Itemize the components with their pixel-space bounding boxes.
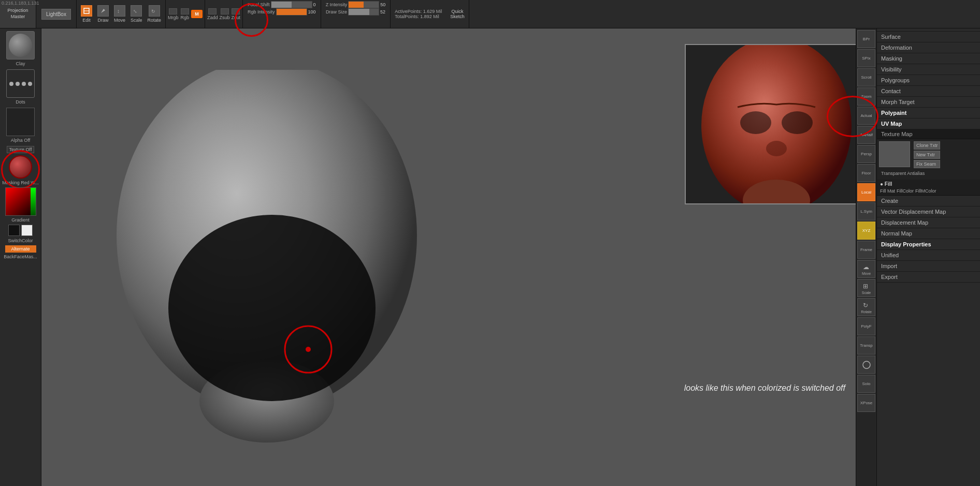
texture-buttons: Clone Txtr New Txtr Fix Seam [914, 141, 940, 169]
ghost-icon [862, 360, 871, 370]
zadd-toggle[interactable]: Zadd [207, 8, 218, 20]
zsub-toggle[interactable]: Zsub [220, 8, 230, 20]
solo-button[interactable]: Solo [857, 375, 875, 393]
active-points-value: 1.629 Mil [423, 9, 442, 14]
main-canvas: looks like this when colorized is switch… [41, 28, 876, 486]
ghost-button[interactable] [857, 356, 875, 374]
lightbox-button[interactable]: LightBox [41, 9, 71, 20]
spix-button[interactable]: SPix [857, 49, 875, 67]
bpr-button[interactable]: BPr [857, 30, 875, 48]
edit-button[interactable]: Edit [79, 4, 94, 24]
thumbnail-view [685, 44, 866, 204]
svg-text:☁: ☁ [863, 263, 869, 271]
z-intensity-slider[interactable]: Z Intensity 50 [326, 1, 386, 8]
scale-button[interactable]: ⤡ Scale [128, 4, 145, 24]
color-sphere-container [9, 155, 32, 180]
panel-item-display-properties[interactable]: Display Properties [877, 239, 980, 250]
frame-button[interactable]: Frame [857, 241, 875, 259]
aahalf-button[interactable]: AAHalf [857, 126, 875, 144]
transp-button[interactable]: Transp [857, 336, 875, 355]
rotate-button[interactable]: ↻ Rotate [145, 4, 163, 24]
head-shape [85, 70, 438, 443]
switch-color-white[interactable] [21, 225, 33, 236]
focal-shift-slider[interactable]: Focal Shift 0 [248, 1, 316, 8]
panel-item-deformation[interactable]: Deformation [877, 42, 980, 53]
texture-off-button[interactable]: Texture Off [7, 146, 35, 153]
panel-item-displacement-map[interactable]: Displacement Map [877, 217, 980, 228]
panel-item-polygroups[interactable]: Polygroups [877, 75, 980, 86]
stats-section: ActivePoints: 1.629 Mil TotalPoints: 1.8… [391, 9, 446, 19]
panel-item-visibility[interactable]: Visibility [877, 64, 980, 75]
panel-item-normal-map[interactable]: Normal Map [877, 228, 980, 239]
svg-point-14 [782, 111, 813, 134]
quick-sketch-button[interactable]: Quick Sketch [446, 0, 469, 28]
fill-label: ● Fill [880, 181, 977, 187]
svg-text:⤡: ⤡ [133, 9, 137, 14]
scroll-button[interactable]: Scroll [857, 68, 875, 86]
svg-point-7 [168, 215, 376, 401]
texture-thumbnail[interactable] [879, 141, 910, 167]
fill-mcolor-button[interactable]: FillMColor [915, 188, 936, 194]
panel-item-polypaint[interactable]: Polypaint [877, 108, 980, 119]
lsym-button[interactable]: L.Sym [857, 202, 875, 220]
persp-button[interactable]: Persp [857, 145, 875, 163]
main-sculpt-area [67, 60, 456, 453]
texture-map-section: Clone Txtr New Txtr Fix Seam Transparent… [877, 139, 980, 180]
fill-options: Fill Mat FillColor FillMColor [880, 188, 977, 194]
move-tool-button[interactable]: ☁ Move [857, 260, 875, 278]
rotate-tool-button[interactable]: ↻ Rotate [857, 298, 875, 316]
gradient-label: Gradient [11, 217, 30, 223]
texture-map-title[interactable]: Texture Map [877, 129, 980, 139]
mrgb-toggle[interactable]: Mrgb [168, 8, 179, 20]
alpha-off-preview[interactable] [6, 108, 35, 136]
alpha-label: Dots [16, 99, 25, 105]
color-sphere[interactable] [9, 155, 32, 179]
xyz-button[interactable]: XYZ [857, 222, 875, 240]
zcut-toggle[interactable]: Zcut [232, 8, 241, 20]
fill-color-button[interactable]: FillColor [897, 188, 914, 194]
coordinates-display: 0.216,1.183,1.131 [0, 0, 41, 6]
canvas-background: looks like this when colorized is switch… [41, 28, 876, 486]
panel-item-surface[interactable]: Surface [877, 32, 980, 42]
fill-mat-button[interactable]: Fill Mat [880, 188, 895, 194]
panel-item-vector-displacement[interactable]: Vector Displacement Map [877, 207, 980, 217]
switch-color-section [8, 225, 33, 236]
polyf-button[interactable]: PolyF [857, 317, 875, 335]
fix-seam-button[interactable]: Fix Seam [914, 160, 940, 168]
switch-color-black[interactable] [8, 225, 20, 236]
rgb-toggle[interactable]: Rgb [181, 8, 190, 20]
zoom-button[interactable]: Zoom [857, 87, 875, 106]
local-button[interactable]: Local [857, 183, 875, 201]
color-gradient-picker[interactable] [5, 187, 36, 216]
clone-txtr-button[interactable]: Clone Txtr [914, 141, 940, 150]
new-txtr-button[interactable]: New Txtr [914, 151, 940, 159]
panel-item-masking[interactable]: Masking [877, 53, 980, 64]
panel-item-create[interactable]: Create [877, 196, 980, 207]
svg-point-15 [766, 141, 787, 156]
scale-tool-button[interactable]: ⊞ Scale [857, 279, 875, 297]
alternate-button[interactable]: Alternate [5, 245, 36, 253]
panel-item-morph-target[interactable]: Morph Target [877, 97, 980, 108]
projection-master-line1: Projection [7, 8, 28, 14]
masking-label: Masking Red W... [2, 180, 39, 185]
rgb-intensity-slider[interactable]: Rgb Intensity 100 [248, 8, 316, 16]
move-icon: ☁ [862, 262, 871, 272]
svg-point-9 [306, 347, 311, 352]
floor-button[interactable]: Floor [857, 164, 875, 182]
right-tools-strip: BPr SPix Scroll Zoom Actual AAHalf Persp… [856, 28, 876, 486]
panel-item-import[interactable]: Import [877, 261, 980, 272]
panel-item-export[interactable]: Export [877, 272, 980, 283]
panel-item-unified[interactable]: Unified [877, 250, 980, 261]
m-toggle[interactable]: M [191, 10, 203, 19]
move-button[interactable]: ↕ Move [112, 4, 127, 24]
actual-button[interactable]: Actual [857, 107, 875, 125]
draw-size-slider[interactable]: Draw Size 52 [326, 8, 385, 16]
draw-button[interactable]: Draw [95, 4, 111, 24]
svg-text:⊞: ⊞ [863, 283, 868, 290]
panel-item-uv-map[interactable]: UV Map [877, 119, 980, 129]
xpose-button[interactable]: XPose [857, 394, 875, 412]
panel-item-contact[interactable]: Contact [877, 86, 980, 97]
alpha-preview[interactable] [6, 69, 35, 98]
brush-preview[interactable] [6, 31, 35, 60]
scale-icon: ⊞ [862, 282, 871, 291]
